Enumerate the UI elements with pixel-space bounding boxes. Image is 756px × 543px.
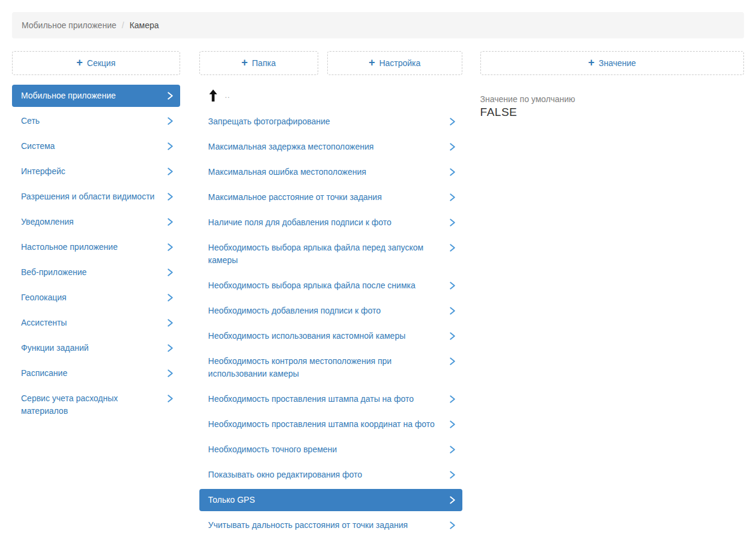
- chevron-right-icon: [449, 521, 456, 529]
- setting-item[interactable]: Максимальная задержка местоположения: [199, 136, 462, 158]
- setting-item-label: Показывать окно редактирования фото: [208, 469, 449, 481]
- setting-item[interactable]: Только GPS: [199, 489, 462, 511]
- breadcrumb-parent-link[interactable]: Мобильное приложение: [22, 20, 116, 30]
- default-value-block: Значение по умолчанию FALSE: [480, 94, 744, 120]
- chevron-right-icon: [449, 332, 456, 340]
- values-column: + Значение Значение по умолчанию FALSE: [480, 51, 744, 120]
- add-value-button[interactable]: + Значение: [480, 51, 744, 75]
- chevron-right-icon: [449, 395, 456, 403]
- sections-list: Мобильное приложение Сеть Систем: [12, 85, 180, 422]
- chevron-right-icon: [449, 420, 456, 428]
- sidebar-item[interactable]: Система: [12, 135, 180, 157]
- setting-item[interactable]: Необходимость точного времени: [199, 438, 462, 461]
- setting-item[interactable]: Наличие поля для добавления подписи к фо…: [199, 211, 462, 234]
- setting-item[interactable]: Необходимость проставления штампа коорди…: [199, 413, 462, 435]
- setting-item[interactable]: Необходимость проставления штампа даты н…: [199, 388, 462, 410]
- chevron-right-icon: [449, 168, 456, 176]
- chevron-right-icon: [166, 395, 174, 402]
- setting-item-label: Необходимость выбора ярлыка файла после …: [208, 279, 449, 292]
- chevron-right-icon: [449, 143, 456, 151]
- setting-item-label: Необходимость проставления штампа даты н…: [208, 393, 449, 405]
- setting-item-label: Только GPS: [208, 494, 449, 506]
- sidebar-item[interactable]: Интерфейс: [12, 160, 180, 183]
- sidebar-item-label: Сервис учета расходных материалов: [21, 392, 166, 417]
- parent-folder-label: ..: [225, 91, 231, 100]
- setting-item-label: Необходимость выбора ярлыка файла перед …: [208, 241, 449, 267]
- chevron-right-icon: [166, 319, 174, 327]
- chevron-right-icon: [449, 244, 456, 252]
- sidebar-item[interactable]: Уведомления: [12, 211, 180, 233]
- chevron-right-icon: [166, 243, 174, 251]
- sidebar-item[interactable]: Функции заданий: [12, 337, 180, 359]
- sidebar-item-label: Интерфейс: [21, 165, 166, 178]
- default-value-text: FALSE: [480, 105, 744, 120]
- sidebar-item[interactable]: Настольное приложение: [12, 236, 180, 258]
- chevron-right-icon: [449, 193, 456, 201]
- sidebar-item-label: Ассистенты: [21, 317, 166, 329]
- settings-page: Мобильное приложение / Камера + Секция М…: [0, 0, 756, 543]
- chevron-right-icon: [449, 446, 456, 454]
- chevron-right-icon: [166, 117, 174, 125]
- settings-list: Запрещать фотографирование Максимальная …: [199, 111, 462, 536]
- sidebar-item-label: Мобильное приложение: [21, 89, 166, 102]
- setting-item[interactable]: Учитывать дальность расстояния от точки …: [199, 514, 462, 536]
- sidebar-item-label: Геолокация: [21, 291, 166, 304]
- plus-icon: +: [369, 57, 375, 68]
- sidebar-item[interactable]: Расписание: [12, 362, 180, 384]
- default-value-label: Значение по умолчанию: [480, 94, 744, 105]
- sidebar-item[interactable]: Ассистенты: [12, 312, 180, 334]
- chevron-right-icon: [449, 471, 456, 479]
- chevron-right-icon: [449, 307, 456, 315]
- setting-item-label: Наличие поля для добавления подписи к фо…: [208, 216, 449, 229]
- sidebar-item[interactable]: Сервис учета расходных материалов: [12, 387, 180, 422]
- chevron-right-icon: [166, 294, 174, 302]
- setting-item[interactable]: Максимальная ошибка местоположения: [199, 161, 462, 183]
- plus-icon: +: [76, 57, 83, 68]
- chevron-right-icon: [449, 118, 456, 126]
- sidebar-item[interactable]: Мобильное приложение: [12, 85, 180, 107]
- breadcrumb-separator: /: [122, 20, 124, 30]
- add-section-button[interactable]: + Секция: [12, 51, 180, 75]
- setting-item[interactable]: Максимальное расстояние от точки задания: [199, 186, 462, 208]
- sidebar-item[interactable]: Веб-приложение: [12, 261, 180, 284]
- chevron-right-icon: [166, 193, 174, 201]
- setting-item-label: Максимальная задержка местоположения: [208, 141, 449, 153]
- chevron-right-icon: [449, 282, 456, 290]
- setting-item[interactable]: Необходимость добавления подписи к фото: [199, 300, 462, 322]
- setting-item-label: Необходимость проставления штампа коорди…: [208, 418, 449, 431]
- sidebar-item-label: Разрешения и области видимости: [21, 190, 166, 203]
- setting-item-label: Максимальная ошибка местоположения: [208, 166, 449, 178]
- setting-item[interactable]: Необходимость использования кастомной ка…: [199, 325, 462, 347]
- sidebar-item-label: Настольное приложение: [21, 241, 166, 253]
- sidebar-item-label: Расписание: [21, 367, 166, 380]
- add-setting-button[interactable]: + Настройка: [327, 51, 462, 75]
- chevron-right-icon: [166, 142, 174, 150]
- setting-item[interactable]: Необходимость выбора ярлыка файла перед …: [199, 237, 462, 272]
- breadcrumb-current: Камера: [130, 20, 159, 30]
- sidebar-item-label: Веб-приложение: [21, 266, 166, 279]
- settings-column: + Папка + Настройка .. Запрещать фото: [199, 51, 462, 539]
- up-arrow-icon: [209, 89, 217, 102]
- setting-item-label: Необходимость добавления подписи к фото: [208, 305, 449, 317]
- sidebar-item-label: Система: [21, 140, 166, 153]
- chevron-right-icon: [166, 168, 174, 175]
- setting-item-label: Максимальное расстояние от точки задания: [208, 191, 449, 204]
- chevron-right-icon: [449, 219, 456, 226]
- setting-item[interactable]: Необходимость контроля местоположения пр…: [199, 350, 462, 385]
- setting-item[interactable]: Показывать окно редактирования фото: [199, 464, 462, 486]
- add-section-label: Секция: [87, 58, 115, 68]
- sidebar-item[interactable]: Разрешения и области видимости: [12, 186, 180, 208]
- setting-item[interactable]: Необходимость выбора ярлыка файла после …: [199, 275, 462, 297]
- breadcrumb: Мобильное приложение / Камера: [12, 12, 744, 38]
- plus-icon: +: [588, 57, 595, 68]
- setting-item-label: Необходимость использования кастомной ка…: [208, 330, 449, 342]
- sidebar-item-label: Функции заданий: [21, 342, 166, 354]
- sidebar-item[interactable]: Сеть: [12, 110, 180, 132]
- parent-folder-link[interactable]: ..: [209, 89, 462, 102]
- add-folder-button[interactable]: + Папка: [199, 51, 318, 75]
- setting-item[interactable]: Запрещать фотографирование: [199, 111, 462, 133]
- chevron-right-icon: [449, 496, 456, 504]
- setting-item-label: Необходимость точного времени: [208, 443, 449, 456]
- add-value-label: Значение: [599, 58, 636, 68]
- sidebar-item[interactable]: Геолокация: [12, 287, 180, 309]
